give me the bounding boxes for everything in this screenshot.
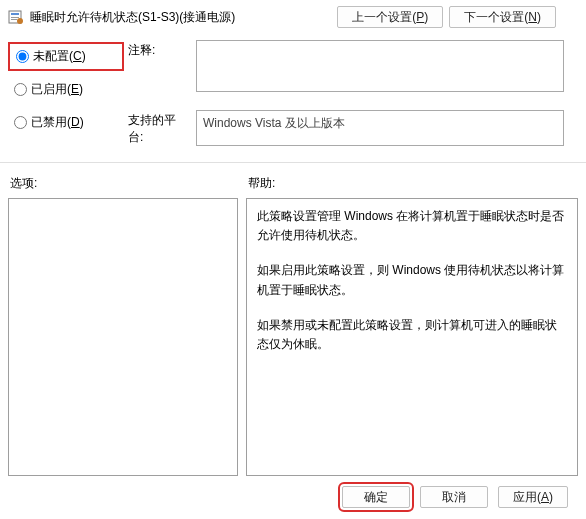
policy-icon	[8, 9, 24, 25]
svg-rect-1	[11, 13, 19, 15]
help-label: 帮助:	[246, 173, 578, 198]
next-setting-button[interactable]: 下一个设置(N)	[449, 6, 556, 28]
ok-button[interactable]: 确定	[342, 486, 410, 508]
svg-rect-2	[11, 17, 19, 18]
cancel-button[interactable]: 取消	[420, 486, 488, 508]
options-label: 选项:	[8, 173, 238, 198]
apply-button[interactable]: 应用(A)	[498, 486, 568, 508]
radio-enabled-label: 已启用(E)	[31, 81, 83, 98]
not-configured-highlight: 未配置(C)	[8, 42, 124, 71]
supported-platform-text: Windows Vista 及以上版本	[196, 110, 564, 146]
comment-label: 注释:	[128, 40, 188, 59]
radio-enabled[interactable]	[14, 83, 27, 96]
help-panel: 此策略设置管理 Windows 在将计算机置于睡眠状态时是否允许使用待机状态。 …	[246, 198, 578, 476]
help-text-1: 此策略设置管理 Windows 在将计算机置于睡眠状态时是否允许使用待机状态。	[257, 207, 567, 245]
radio-disabled[interactable]	[14, 116, 27, 129]
radio-not-configured-label: 未配置(C)	[33, 48, 86, 65]
radio-disabled-label: 已禁用(D)	[31, 114, 84, 131]
supported-label: 支持的平台:	[128, 110, 188, 146]
options-panel	[8, 198, 238, 476]
help-text-2: 如果启用此策略设置，则 Windows 使用待机状态以将计算机置于睡眠状态。	[257, 261, 567, 299]
svg-point-4	[17, 18, 23, 24]
help-text-3: 如果禁用或未配置此策略设置，则计算机可进入的睡眠状态仅为休眠。	[257, 316, 567, 354]
divider	[0, 162, 586, 163]
svg-rect-3	[11, 19, 17, 20]
radio-not-configured[interactable]	[16, 50, 29, 63]
window-title: 睡眠时允许待机状态(S1-S3)(接通电源)	[30, 9, 235, 26]
comment-textarea[interactable]	[196, 40, 564, 92]
prev-setting-button[interactable]: 上一个设置(P)	[337, 6, 443, 28]
